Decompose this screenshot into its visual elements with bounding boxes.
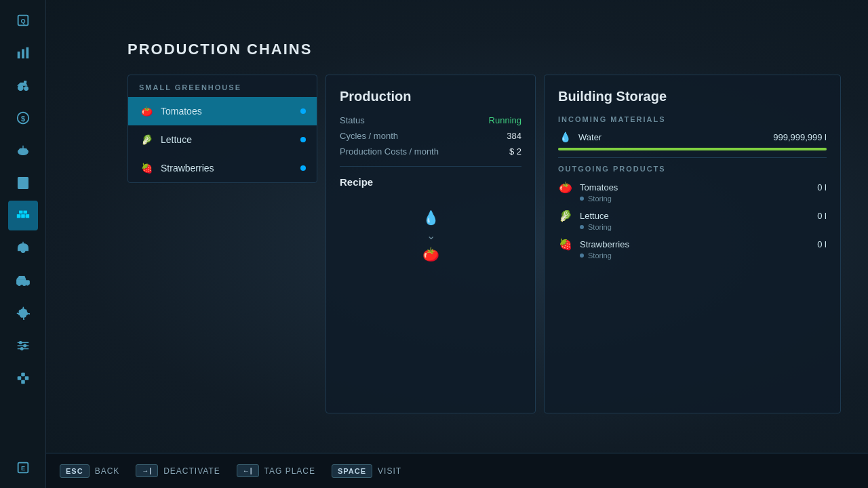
sidebar-icon-vehicles[interactable] <box>8 266 38 296</box>
chain-item-strawberries[interactable]: 🍓 Strawberries <box>128 154 317 182</box>
hotkey-deactivate: →| DEACTIVATE <box>136 464 220 477</box>
svg-point-6 <box>24 87 28 90</box>
product-status-text-lettuce: Storing <box>588 223 612 231</box>
production-panel: Production Status Running Cycles / month… <box>326 75 536 413</box>
svg-rect-18 <box>23 211 27 214</box>
svg-rect-2 <box>17 52 20 58</box>
bottom-bar: ESC BACK →| DEACTIVATE ←| TAG PLACE SPAC… <box>46 453 868 488</box>
svg-rect-4 <box>26 47 28 59</box>
svg-point-23 <box>18 283 20 286</box>
stat-row-costs: Production Costs / month $ 2 <box>340 146 521 157</box>
product-main-lettuce: 🥬 Lettuce 0 l <box>558 208 827 223</box>
product-status-dot-strawberries <box>580 253 584 258</box>
hotkey-esc-label: BACK <box>95 466 120 476</box>
product-amount-strawberries: 0 l <box>817 239 827 249</box>
chain-item-tomatoes-dot <box>300 108 306 114</box>
svg-rect-17 <box>19 211 23 214</box>
recipe-arrow-icon: ⌄ <box>427 228 435 243</box>
sidebar-icon-sliders[interactable] <box>8 331 38 361</box>
sidebar-icon-money[interactable]: $ <box>8 103 38 133</box>
production-divider <box>340 166 521 167</box>
product-status-text-tomatoes: Storing <box>588 195 612 203</box>
sidebar-icon-farm[interactable] <box>8 136 38 165</box>
product-amount-lettuce: 0 l <box>817 211 827 221</box>
sidebar-icon-production[interactable] <box>8 201 38 230</box>
svg-point-34 <box>20 348 23 350</box>
hotkey-visit: SPACE VISIT <box>332 464 401 478</box>
storage-panel-title: Building Storage <box>558 89 827 104</box>
sidebar-icon-contracts[interactable] <box>8 168 38 198</box>
product-status-strawberries: Storing <box>558 251 827 260</box>
sidebar-icon-tractor[interactable] <box>8 70 38 100</box>
chains-section-label: SMALL GREENHOUSE <box>128 75 317 97</box>
product-row-tomatoes: 🍅 Tomatoes 0 l Storing <box>558 180 827 203</box>
product-icon-lettuce: 🥬 <box>558 208 573 223</box>
svg-rect-35 <box>17 376 21 380</box>
stat-value-costs: $ 2 <box>509 146 521 157</box>
product-status-text-strawberries: Storing <box>588 251 612 260</box>
storage-divider <box>558 157 827 158</box>
chain-item-tomatoes-label: Tomatoes <box>161 106 294 117</box>
stat-label-cycles: Cycles / month <box>340 131 398 141</box>
svg-rect-37 <box>21 373 25 377</box>
svg-rect-14 <box>16 214 20 218</box>
svg-rect-3 <box>22 49 24 59</box>
product-row-strawberries: 🍓 Strawberries 0 l Storing <box>558 237 827 260</box>
recipe-title: Recipe <box>340 176 521 188</box>
incoming-materials-label: INCOMING MATERIALS <box>558 115 827 123</box>
svg-rect-16 <box>25 214 28 218</box>
tomatoes-icon: 🍅 <box>139 104 154 119</box>
hotkey-tagplace-key[interactable]: ←| <box>237 464 259 477</box>
sidebar-icon-q[interactable]: Q <box>8 5 38 35</box>
hotkey-esc-key[interactable]: ESC <box>60 464 90 478</box>
chain-item-lettuce-label: Lettuce <box>161 134 294 145</box>
page-title: PRODUCTION CHAINS <box>127 41 841 58</box>
svg-text:Q: Q <box>20 18 25 24</box>
strawberries-icon: 🍓 <box>139 161 154 176</box>
svg-point-33 <box>23 344 26 347</box>
product-status-tomatoes: Storing <box>558 195 827 203</box>
stat-row-status: Status Running <box>340 115 521 125</box>
sidebar-icon-chart[interactable] <box>8 38 38 68</box>
hotkey-visit-label: VISIT <box>378 466 401 476</box>
hotkey-visit-key[interactable]: SPACE <box>332 464 372 478</box>
svg-rect-15 <box>21 214 25 218</box>
svg-point-32 <box>19 342 22 344</box>
sidebar: Q $ <box>0 0 46 488</box>
material-row-water: 💧 Water 999,999,999 l <box>558 130 827 144</box>
stat-label-costs: Production Costs / month <box>340 146 439 157</box>
production-panel-title: Production <box>340 89 521 104</box>
sidebar-icon-settings[interactable] <box>8 298 38 328</box>
water-material-amount: 999,999,999 l <box>773 132 827 142</box>
recipe-area: 💧 ⌄ 🍅 <box>340 201 521 270</box>
hotkey-tagplace-label: TAG PLACE <box>264 466 315 476</box>
svg-point-28 <box>18 309 27 318</box>
sidebar-icon-e[interactable]: E <box>8 453 38 483</box>
outgoing-products-label: OUTGOING PRODUCTS <box>558 165 827 173</box>
sidebar-icon-alerts[interactable] <box>8 233 38 263</box>
main-content: PRODUCTION CHAINS SMALL GREENHOUSE 🍅 Tom… <box>46 0 868 488</box>
water-material-icon: 💧 <box>558 130 572 144</box>
product-status-dot-lettuce <box>580 225 584 229</box>
hotkey-deactivate-label: DEACTIVATE <box>163 466 220 476</box>
hotkey-deactivate-key[interactable]: →| <box>136 464 158 477</box>
recipe-icon-tomato: 🍅 <box>422 245 439 264</box>
product-icon-tomatoes: 🍅 <box>558 180 573 195</box>
chain-item-lettuce[interactable]: 🥬 Lettuce <box>128 125 317 154</box>
product-name-lettuce: Lettuce <box>580 211 810 221</box>
lettuce-icon: 🥬 <box>139 132 154 147</box>
svg-point-9 <box>18 148 28 155</box>
svg-point-26 <box>26 283 28 285</box>
product-icon-strawberries: 🍓 <box>558 237 573 251</box>
product-name-tomatoes: Tomatoes <box>580 182 810 192</box>
storage-panel: Building Storage INCOMING MATERIALS 💧 Wa… <box>544 75 841 413</box>
sidebar-icon-nodes[interactable] <box>8 363 38 393</box>
stat-value-status: Running <box>489 115 521 125</box>
product-status-dot-tomatoes <box>580 197 584 201</box>
recipe-icon-water: 💧 <box>422 208 439 227</box>
product-amount-tomatoes: 0 l <box>817 182 827 192</box>
chain-item-strawberries-dot <box>300 165 306 171</box>
chain-item-tomatoes[interactable]: 🍅 Tomatoes <box>128 97 317 125</box>
production-chains-panel: SMALL GREENHOUSE 🍅 Tomatoes 🥬 Lettuce 🍓 … <box>127 75 317 183</box>
stat-value-cycles: 384 <box>507 131 521 141</box>
